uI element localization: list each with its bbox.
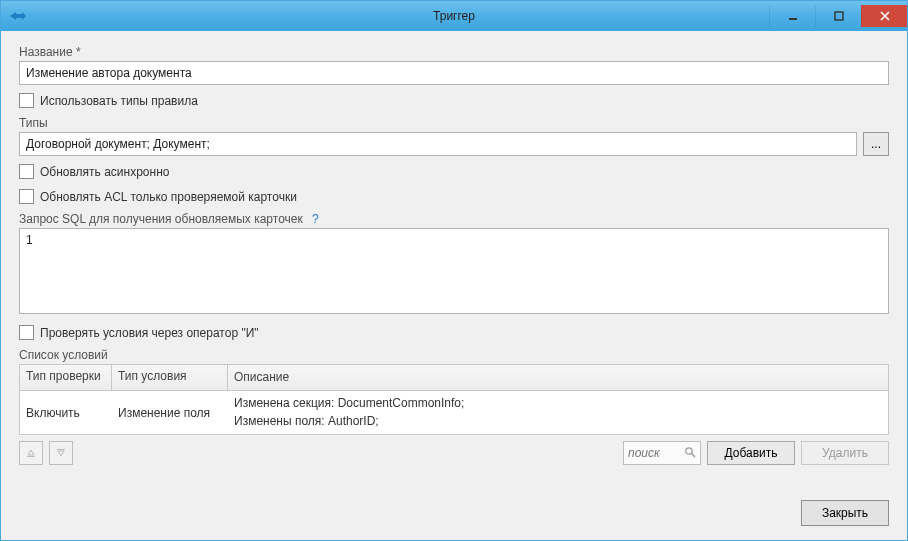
query-field-group: Запрос SQL для получения обновляемых кар…: [19, 212, 889, 317]
header-check-type[interactable]: Тип проверки: [20, 365, 112, 390]
search-icon: [684, 446, 696, 461]
update-acl-row: Обновлять ACL только проверяемой карточк…: [19, 189, 889, 204]
update-async-checkbox[interactable]: [19, 164, 34, 179]
svg-rect-0: [789, 18, 797, 20]
types-browse-button[interactable]: ...: [863, 132, 889, 156]
bottom-bar: Закрыть: [1, 492, 907, 540]
query-label: Запрос SQL для получения обновляемых кар…: [19, 212, 889, 226]
content-area: Название * Использовать типы правила Тип…: [1, 31, 907, 492]
check-conditions-and-row: Проверять условия через оператор "И": [19, 325, 889, 340]
types-input[interactable]: [19, 132, 857, 156]
name-input[interactable]: [19, 61, 889, 85]
check-conditions-and-label: Проверять условия через оператор "И": [40, 326, 259, 340]
query-label-text: Запрос SQL для получения обновляемых кар…: [19, 212, 303, 226]
app-icon: [7, 8, 29, 24]
desc-line-1: Изменена секция: DocumentCommonInfo;: [234, 395, 882, 412]
update-async-row: Обновлять асинхронно: [19, 164, 889, 179]
close-button[interactable]: Закрыть: [801, 500, 889, 526]
svg-rect-1: [835, 12, 843, 20]
minimize-button[interactable]: [769, 5, 815, 27]
svg-rect-3: [57, 449, 65, 450]
header-condition-type[interactable]: Тип условия: [112, 365, 228, 390]
window-title: Триггер: [433, 9, 475, 23]
types-field-group: Типы ...: [19, 116, 889, 156]
conditions-toolbar: Добавить Удалить: [19, 441, 889, 465]
cell-description: Изменена секция: DocumentCommonInfo; Изм…: [228, 391, 888, 434]
titlebar[interactable]: Триггер: [1, 1, 907, 31]
header-description[interactable]: Описание: [228, 365, 888, 390]
svg-rect-2: [27, 456, 35, 457]
close-window-button[interactable]: [861, 5, 907, 27]
search-input[interactable]: [628, 446, 680, 460]
desc-line-2: Изменены поля: AuthorID;: [234, 413, 882, 430]
name-label: Название *: [19, 45, 889, 59]
trigger-window: Триггер Название * Использовать типы пра…: [0, 0, 908, 541]
name-field-group: Название *: [19, 45, 889, 85]
maximize-button[interactable]: [815, 5, 861, 27]
search-box[interactable]: [623, 441, 701, 465]
conditions-group: Список условий Тип проверки Тип условия …: [19, 348, 889, 465]
use-rule-types-label: Использовать типы правила: [40, 94, 198, 108]
check-conditions-and-checkbox[interactable]: [19, 325, 34, 340]
use-rule-types-row: Использовать типы правила: [19, 93, 889, 108]
move-up-button[interactable]: [19, 441, 43, 465]
types-label: Типы: [19, 116, 889, 130]
move-down-button[interactable]: [49, 441, 73, 465]
update-async-label: Обновлять асинхронно: [40, 165, 169, 179]
required-star: *: [76, 45, 81, 59]
cell-check-type: Включить: [20, 402, 112, 424]
table-row[interactable]: Включить Изменение поля Изменена секция:…: [20, 391, 888, 434]
conditions-table-header: Тип проверки Тип условия Описание: [20, 365, 888, 391]
svg-point-4: [686, 447, 692, 453]
delete-button[interactable]: Удалить: [801, 441, 889, 465]
svg-line-5: [692, 453, 695, 456]
conditions-list-label: Список условий: [19, 348, 889, 362]
add-button[interactable]: Добавить: [707, 441, 795, 465]
update-acl-label: Обновлять ACL только проверяемой карточк…: [40, 190, 297, 204]
name-label-text: Название: [19, 45, 73, 59]
window-controls: [769, 5, 907, 27]
conditions-table: Тип проверки Тип условия Описание Включи…: [19, 364, 889, 435]
update-acl-checkbox[interactable]: [19, 189, 34, 204]
query-textarea[interactable]: 1: [19, 228, 889, 314]
use-rule-types-checkbox[interactable]: [19, 93, 34, 108]
query-help-link[interactable]: ?: [312, 212, 319, 226]
cell-condition-type: Изменение поля: [112, 402, 228, 424]
